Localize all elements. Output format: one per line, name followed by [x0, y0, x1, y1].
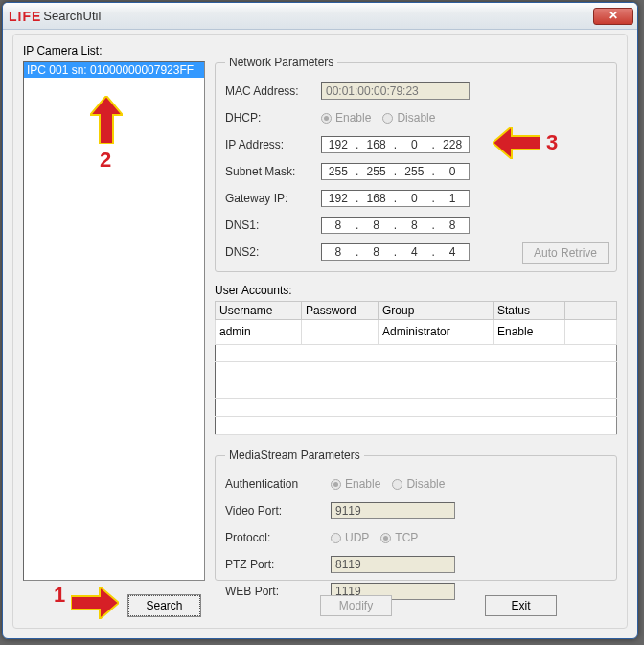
- th-group[interactable]: Group: [379, 302, 494, 320]
- auth-enable-radio: Enable: [331, 477, 380, 491]
- auto-retrive-button: Auto Retrive: [522, 242, 609, 264]
- ip-address-field[interactable]: 192. 168. 0. 228: [321, 136, 470, 153]
- close-button[interactable]: ✕: [593, 8, 633, 25]
- subnet-label: Subnet Mask:: [225, 165, 321, 178]
- dns2-field[interactable]: 8. 8. 4. 4: [321, 243, 470, 261]
- titlebar[interactable]: LIFE SearchUtil ✕: [3, 3, 637, 30]
- video-port-label: Video Port:: [225, 504, 331, 518]
- camera-list-item-selected[interactable]: IPC 001 sn: 01000000007923FF: [24, 62, 204, 78]
- dhcp-disable-radio: Disable: [382, 111, 435, 125]
- gateway-field[interactable]: 192. 168. 0. 1: [321, 190, 470, 207]
- dhcp-enable-radio: Enable: [321, 111, 371, 125]
- ptz-port-label: PTZ Port:: [225, 558, 331, 571]
- mac-field: 00:01:00:00:79:23: [321, 82, 470, 100]
- media-legend: MediaStream Parameters: [225, 449, 364, 462]
- protocol-udp-radio: UDP: [331, 531, 369, 544]
- th-username[interactable]: Username: [216, 302, 302, 320]
- th-password[interactable]: Password: [302, 302, 379, 320]
- camera-list[interactable]: IPC 001 sn: 01000000007923FF: [23, 61, 205, 581]
- ip-label: IP Address:: [225, 138, 321, 151]
- logo-life: LIFE: [9, 9, 41, 24]
- user-accounts-label: User Accounts:: [215, 284, 292, 297]
- th-status[interactable]: Status: [494, 302, 565, 320]
- protocol-tcp-radio: TCP: [380, 531, 418, 544]
- search-button[interactable]: Search: [128, 595, 200, 616]
- dns2-label: DNS2:: [225, 245, 321, 259]
- bottom-button-bar: Search Modify Exit: [13, 595, 627, 618]
- window-title: SearchUtil: [43, 9, 593, 23]
- dns1-label: DNS1:: [225, 219, 321, 232]
- user-accounts-table[interactable]: Username Password Group Status admin Adm…: [215, 301, 617, 435]
- auth-label: Authentication: [225, 477, 331, 491]
- mac-label: MAC Address:: [225, 84, 321, 98]
- subnet-mask-field[interactable]: 255. 255. 255. 0: [321, 163, 470, 180]
- client-area: IP Camera List: IPC 001 sn: 010000000079…: [12, 34, 628, 629]
- table-row[interactable]: admin Administrator Enable: [216, 320, 617, 345]
- camera-list-label: IP Camera List:: [23, 44, 102, 58]
- mediastream-parameters-group: MediaStream Parameters Authentication En…: [215, 449, 617, 581]
- ptz-port-field: 8119: [331, 556, 455, 573]
- exit-button[interactable]: Exit: [485, 595, 557, 616]
- video-port-field: 9119: [331, 502, 455, 519]
- network-legend: Network Parameters: [225, 56, 337, 69]
- th-spacer: [565, 302, 617, 320]
- app-window: LIFE SearchUtil ✕ IP Camera List: IPC 00…: [2, 2, 638, 639]
- dhcp-label: DHCP:: [225, 111, 321, 125]
- auth-disable-radio: Disable: [392, 477, 445, 491]
- gateway-label: Gateway IP:: [225, 192, 321, 205]
- dns1-field[interactable]: 8. 8. 8. 8: [321, 217, 470, 234]
- modify-button: Modify: [320, 595, 392, 616]
- table-header-row: Username Password Group Status: [216, 302, 617, 320]
- network-parameters-group: Network Parameters MAC Address: 00:01:00…: [215, 56, 617, 272]
- protocol-label: Protocol:: [225, 531, 331, 544]
